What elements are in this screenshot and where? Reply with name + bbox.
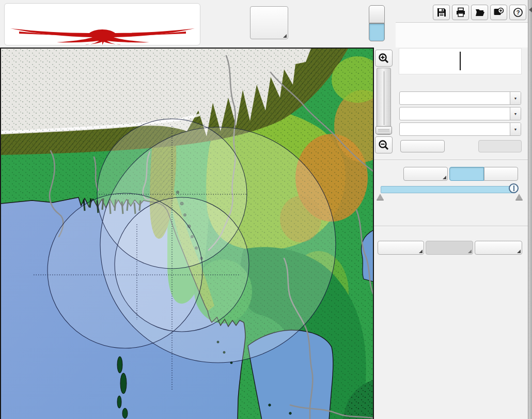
slider-start-marker[interactable] xyxy=(377,194,384,200)
collapse-arrow-icon xyxy=(529,7,532,12)
zoom-in-icon xyxy=(378,53,389,64)
zoom-out-icon xyxy=(378,139,389,151)
organization-strip xyxy=(396,22,528,48)
svg-text:?: ? xyxy=(516,9,520,15)
text-cursor xyxy=(460,52,461,70)
zoom-slider-handle[interactable] xyxy=(375,126,392,134)
map-zoom-widget xyxy=(375,50,393,154)
capture-button[interactable] xyxy=(490,5,507,20)
time-slider-handle[interactable] xyxy=(509,183,519,193)
help-button[interactable]: ? xyxy=(509,5,526,20)
overlay-list xyxy=(457,272,526,288)
toolbar: ? xyxy=(433,5,526,20)
radar-map[interactable] xyxy=(0,48,374,419)
chevron-down-icon[interactable]: ▼ xyxy=(510,123,521,135)
separator xyxy=(374,160,528,161)
panel-collapse-handle[interactable] xyxy=(528,0,532,419)
add-screenshot-icon xyxy=(493,7,504,18)
dropdown-product-type[interactable]: ▼ xyxy=(399,91,521,105)
map-canvas xyxy=(1,49,373,419)
open-file-button[interactable] xyxy=(471,5,488,20)
help-icon: ? xyxy=(513,7,523,18)
dropdown-sub-product[interactable]: ▼ xyxy=(399,122,521,136)
logo xyxy=(4,3,200,45)
bookmark-button[interactable] xyxy=(403,167,448,181)
menu-corner-icon xyxy=(517,250,521,253)
menu-corner-icon xyxy=(419,250,423,253)
dropdown-product[interactable]: ▼ xyxy=(399,107,521,120)
save-icon xyxy=(436,7,447,18)
zoom-slider-track[interactable] xyxy=(377,68,391,135)
chevron-down-icon[interactable]: ▼ xyxy=(510,92,521,104)
chevron-down-icon[interactable]: ▼ xyxy=(510,107,521,120)
timezone-mmt-button[interactable] xyxy=(369,23,385,41)
warning-button[interactable] xyxy=(250,6,288,39)
save-button[interactable] xyxy=(433,5,450,20)
replay-auto-button[interactable] xyxy=(449,167,484,181)
select-button[interactable] xyxy=(478,140,522,152)
open-folder-icon xyxy=(475,7,485,18)
menu-corner-icon xyxy=(283,34,287,38)
zoom-out-button[interactable] xyxy=(375,136,393,153)
track-button[interactable] xyxy=(475,241,522,255)
menu-corner-icon xyxy=(443,176,446,179)
time-slider-track[interactable] xyxy=(381,186,516,193)
print-icon xyxy=(456,7,466,18)
timezone-utc-button[interactable] xyxy=(369,5,385,23)
separator xyxy=(374,226,528,227)
menu-corner-icon xyxy=(468,250,472,253)
slider-end-marker[interactable] xyxy=(515,194,523,200)
replay-manual-button[interactable] xyxy=(484,167,518,181)
playback-controls xyxy=(377,205,525,220)
station-info-box[interactable] xyxy=(399,48,522,74)
print-button[interactable] xyxy=(452,5,469,20)
x-section-button[interactable] xyxy=(426,241,473,255)
location-button[interactable] xyxy=(378,241,424,255)
eagle-icon xyxy=(9,27,196,45)
previous-button[interactable] xyxy=(400,140,445,152)
zoom-in-button[interactable] xyxy=(375,50,393,67)
map-style-swatches xyxy=(457,272,526,288)
jbirds-app: ? ▼ ▼ ▼ xyxy=(0,0,532,419)
